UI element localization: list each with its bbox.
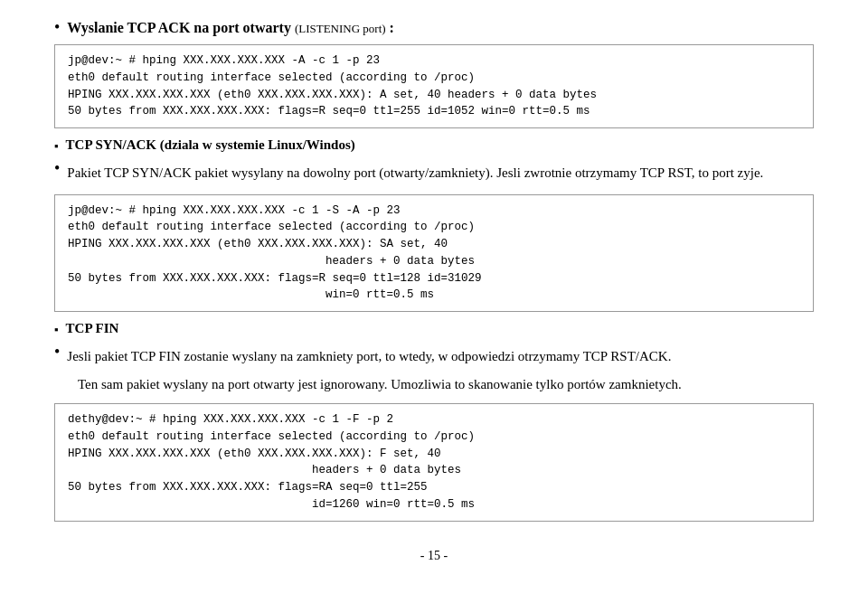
tcp-fin-section: ▪ TCP FIN • Jesli pakiet TCP FIN zostani… [54,321,814,522]
bullet-dot-intro: • [54,18,60,37]
page-title: Wyslanie TCP ACK na port otwarty (LISTEN… [67,20,394,36]
tcp-synack-desc-row: • Pakiet TCP SYN/ACK pakiet wysylany na … [54,159,814,187]
bullet-synack: • [54,159,60,178]
page-footer: - 15 - [54,549,814,563]
intro-section: • Wyslanie TCP ACK na port otwarty (LIST… [54,18,814,128]
code-block-2: jp@dev:~ # hping XXX.XXX.XXX.XXX -c 1 -S… [54,194,814,313]
tcp-fin-label-row: ▪ TCP FIN [54,321,814,337]
tcp-synack-section: ▪ TCP SYN/ACK (dziala w systemie Linux/W… [54,137,814,312]
checkbox-icon-synack: ▪ [54,139,59,154]
checkbox-icon-fin: ▪ [54,323,59,337]
code-block-3: dethy@dev:~ # hping XXX.XXX.XXX.XXX -c 1… [54,403,814,522]
tcp-fin-desc2-row: Ten sam pakiet wyslany na port otwarty j… [78,374,814,395]
tcp-fin-desc2: Ten sam pakiet wyslany na port otwarty j… [78,374,814,395]
tcp-fin-desc1: Jesli pakiet TCP FIN zostanie wyslany na… [67,346,671,367]
tcp-synack-desc: Pakiet TCP SYN/ACK pakiet wysylany na do… [67,163,763,184]
tcp-synack-label-row: ▪ TCP SYN/ACK (dziala w systemie Linux/W… [54,137,814,154]
tcp-synack-heading: TCP SYN/ACK (dziala w systemie Linux/Win… [66,137,355,153]
tcp-fin-desc1-row: • Jesli pakiet TCP FIN zostanie wyslany … [54,343,814,371]
bullet-fin1: • [54,343,60,362]
intro-suffix: (LISTENING port) [295,22,386,35]
tcp-fin-heading: TCP FIN [66,321,119,336]
code-block-1: jp@dev:~ # hping XXX.XXX.XXX.XXX -A -c 1… [54,44,814,128]
content-area: • Wyslanie TCP ACK na port otwarty (LIST… [54,18,814,563]
page-number: - 15 - [420,549,448,562]
